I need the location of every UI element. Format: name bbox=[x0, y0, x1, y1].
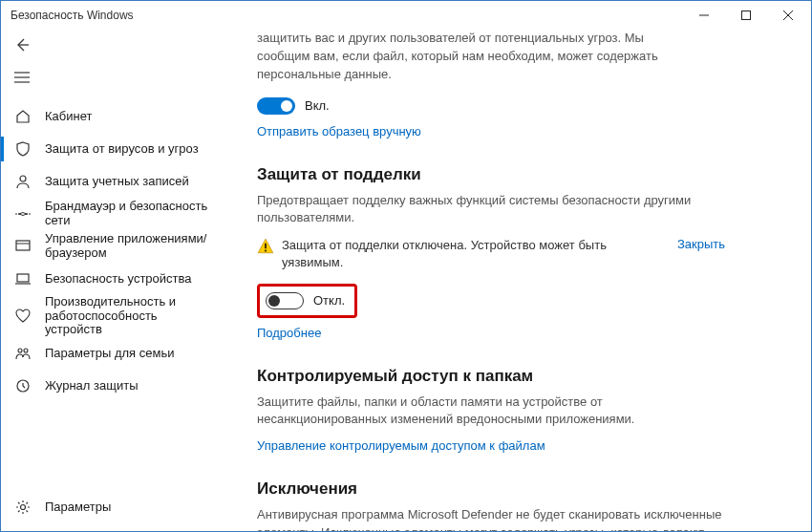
app-browser-icon bbox=[14, 238, 32, 255]
shield-icon bbox=[14, 140, 32, 158]
section-desc: Предотвращает подделку важных функций си… bbox=[257, 192, 725, 228]
section-desc: Защитите файлы, папки и области памяти н… bbox=[257, 394, 725, 430]
warning-icon bbox=[257, 238, 274, 258]
sidebar-item-firewall[interactable]: Брандмауэр и безопасность сети bbox=[1, 198, 211, 230]
svg-point-22 bbox=[265, 250, 267, 252]
home-icon bbox=[14, 108, 32, 125]
sidebar-item-label: Кабинет bbox=[45, 110, 211, 124]
family-icon bbox=[14, 345, 32, 362]
account-icon bbox=[14, 173, 32, 190]
sidebar-item-label: Производительность и работоспособность у… bbox=[45, 295, 211, 338]
sidebar-item-label: Брандмауэр и безопасность сети bbox=[45, 200, 211, 228]
controlled-folder-link[interactable]: Управление контролируемым доступом к фай… bbox=[257, 438, 545, 453]
sidebar-item-label: Безопасность устройства bbox=[45, 272, 211, 287]
tamper-protection-section: Защита от подделки Предотвращает подделк… bbox=[257, 165, 725, 340]
maximize-button[interactable] bbox=[725, 1, 767, 30]
sidebar-item-label: Параметры для семьи bbox=[45, 347, 211, 361]
back-button[interactable] bbox=[1, 30, 211, 62]
close-button[interactable] bbox=[767, 1, 809, 30]
gear-icon bbox=[14, 499, 32, 516]
sidebar-item-settings[interactable]: Параметры bbox=[1, 491, 211, 523]
tamper-protection-toggle[interactable] bbox=[266, 292, 304, 309]
controlled-folder-section: Контролируемый доступ к папкам Защитите … bbox=[257, 367, 725, 454]
cloud-sample-desc: защитить вас и других пользователей от п… bbox=[257, 30, 668, 84]
svg-point-17 bbox=[18, 349, 22, 352]
titlebar: Безопасность Windows bbox=[1, 1, 811, 30]
tamper-warning: Защита от подделки отключена. Устройство… bbox=[257, 237, 725, 271]
warning-text: Защита от подделки отключена. Устройство… bbox=[282, 237, 666, 271]
sidebar-item-history[interactable]: Журнал защиты bbox=[1, 370, 211, 402]
sidebar-item-app-browser[interactable]: Управление приложениями/браузером bbox=[1, 230, 211, 263]
exclusions-section: Исключения Антивирусная программа Micros… bbox=[257, 479, 725, 531]
sidebar-item-label: Параметры bbox=[45, 500, 211, 515]
sidebar-item-label: Защита от вирусов и угроз bbox=[45, 142, 211, 157]
section-title: Исключения bbox=[257, 479, 725, 499]
sidebar-item-account-protection[interactable]: Защита учетных записей bbox=[1, 165, 211, 198]
toggle-label: Откл. bbox=[313, 293, 345, 308]
tamper-learn-more-link[interactable]: Подробнее bbox=[257, 326, 321, 340]
main-content: защитить вас и других пользователей от п… bbox=[211, 30, 811, 531]
section-title: Контролируемый доступ к папкам bbox=[257, 367, 725, 386]
highlighted-toggle-box: Откл. bbox=[257, 284, 357, 318]
sidebar-item-home[interactable]: Кабинет bbox=[1, 100, 211, 133]
back-arrow-icon bbox=[14, 37, 30, 55]
svg-rect-15 bbox=[17, 274, 29, 282]
section-title: Защита от подделки bbox=[257, 165, 725, 184]
sidebar-item-label: Защита учетных записей bbox=[45, 175, 211, 189]
svg-point-18 bbox=[24, 349, 28, 352]
svg-rect-13 bbox=[16, 241, 30, 250]
history-icon bbox=[14, 377, 32, 394]
sidebar: Кабинет Защита от вирусов и угроз Защита… bbox=[1, 30, 211, 531]
sidebar-item-device-security[interactable]: Безопасность устройства bbox=[1, 263, 211, 295]
sidebar-item-label: Управление приложениями/браузером bbox=[45, 232, 211, 261]
sidebar-item-virus-threat[interactable]: Защита от вирусов и угроз bbox=[1, 133, 211, 165]
firewall-icon bbox=[14, 205, 32, 223]
cloud-sample-toggle[interactable] bbox=[257, 97, 295, 115]
warning-close-link[interactable]: Закрыть bbox=[677, 237, 725, 251]
svg-point-20 bbox=[21, 505, 26, 510]
sidebar-item-family[interactable]: Параметры для семьи bbox=[1, 337, 211, 370]
hamburger-icon bbox=[14, 72, 30, 86]
svg-rect-1 bbox=[742, 11, 751, 20]
toggle-label: Вкл. bbox=[305, 98, 330, 113]
sidebar-item-device-health[interactable]: Производительность и работоспособность у… bbox=[1, 295, 211, 337]
submit-sample-link[interactable]: Отправить образец вручную bbox=[257, 124, 421, 138]
device-icon bbox=[14, 270, 32, 287]
minimize-button[interactable] bbox=[683, 1, 725, 30]
health-icon bbox=[14, 308, 32, 325]
sidebar-item-label: Журнал защиты bbox=[45, 379, 211, 394]
svg-point-8 bbox=[20, 176, 26, 181]
section-desc: Антивирусная программа Microsoft Defende… bbox=[257, 506, 725, 531]
window-title: Безопасность Windows bbox=[11, 9, 683, 22]
hamburger-button[interactable] bbox=[1, 62, 211, 95]
